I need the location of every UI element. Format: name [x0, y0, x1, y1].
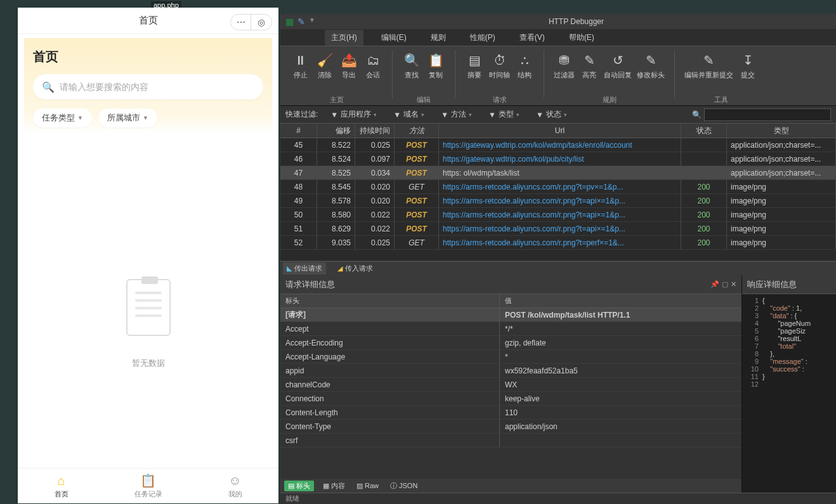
close-icon[interactable]: ✕ [731, 280, 736, 288]
capsule-close-icon[interactable]: ◎ [251, 15, 271, 30]
view-content[interactable]: ▦内容 [320, 480, 348, 492]
tab-home[interactable]: ⌂ 首页 [18, 468, 105, 503]
qf-域名[interactable]: ▼域名▾ [393, 109, 424, 120]
col-offset[interactable]: 偏移 [317, 124, 355, 138]
ribbon-修改标头[interactable]: ✎修改标头 [635, 50, 667, 81]
ribbon-group: ▤摘要⏱时间轴⛬结构请求 [459, 50, 540, 105]
header-row[interactable]: Content-Length110 [280, 406, 741, 420]
ribbon-导出[interactable]: 📤导出 [337, 50, 360, 81]
qf-类型[interactable]: ▼类型▾ [488, 109, 519, 120]
response-detail-panel: 响应详细信息 1{2 "code" : 1,3 "data" : {4 "pag… [742, 275, 836, 493]
ribbon-icon: ✎ [700, 51, 718, 69]
grid-row[interactable]: 508.5800.022POSThttps://arms-retcode.ali… [280, 208, 836, 222]
kv-header-value[interactable]: 值 [500, 294, 741, 307]
ribbon-自动回复[interactable]: ↺自动回复 [602, 50, 634, 81]
col-index[interactable]: # [280, 124, 317, 138]
ribbon-会话[interactable]: 🗂会话 [362, 50, 384, 81]
qf-应用程序[interactable]: ▼应用程序▾ [330, 109, 377, 120]
qf-方法[interactable]: ▼方法▾ [441, 109, 472, 120]
tab-records[interactable]: 📋 任务记录 [105, 468, 192, 503]
quick-filter-input[interactable] [704, 108, 831, 121]
header-row[interactable]: channelCodeWX [280, 378, 741, 392]
chevron-down-icon: ▾ [374, 112, 377, 118]
ribbon-编辑并重新提交[interactable]: ✎编辑并重新提交 [683, 50, 735, 81]
grid-row[interactable]: 468.5240.097POSThttps://gateway.wdtrip.c… [280, 152, 836, 166]
header-row[interactable]: csrf [280, 434, 741, 448]
header-row[interactable]: Accept-Language* [280, 350, 741, 364]
brush-icon[interactable]: ✎ [297, 16, 305, 27]
user-icon: ☺ [228, 474, 241, 488]
col-url[interactable]: Url [439, 124, 681, 138]
capsule-menu-icon[interactable]: ⋯ [231, 15, 251, 30]
view-json[interactable]: ⓘJSON [388, 480, 420, 492]
ribbon-group: ✎编辑并重新提交↧提交工具 [679, 50, 763, 105]
menu-edit[interactable]: 编辑(E) [375, 30, 413, 46]
ribbon-复制[interactable]: 📋复制 [424, 50, 447, 81]
ribbon-结构[interactable]: ⛬结构 [513, 50, 536, 81]
view-headers[interactable]: ▤标头 [284, 481, 314, 491]
ribbon: ⏸停止🧹清除📤导出🗂会话主页🔍查找📋复制编辑▤摘要⏱时间轴⛬结构请求⛃过滤器✎高… [280, 46, 836, 105]
grid-row[interactable]: 498.5780.020POSThttps://arms-retcode.ali… [280, 194, 836, 208]
excel-icon[interactable]: ▦ [285, 16, 294, 27]
chevron-down-icon: ▾ [564, 112, 567, 118]
filter-task-type[interactable]: 任务类型▼ [33, 108, 92, 127]
menu-help[interactable]: 帮助(E) [563, 30, 601, 46]
kv-header-name[interactable]: 标头 [280, 294, 500, 307]
quick-filter-search[interactable]: 🔍 [692, 108, 831, 121]
request-detail-panel: 请求详细信息 📌 ▢ ✕ 标头 值 [请求] POST /kol/wdmp/ta… [280, 275, 742, 493]
status-text: 就绪 [285, 494, 299, 503]
ribbon-icon: ⛃ [556, 51, 573, 69]
response-json[interactable]: 1{2 "code" : 1,3 "data" : {4 "pageNum5 "… [742, 294, 836, 493]
header-row[interactable]: Accept-Encodinggzip, deflate [280, 336, 741, 350]
chevron-down-icon[interactable]: ▼ [309, 16, 315, 27]
grid-row[interactable]: 529.0350.025GEThttps://arms-retcode.aliy… [280, 236, 836, 250]
mobile-header: 首页 ⋯ ◎ [18, 8, 278, 34]
window-icon[interactable]: ▢ [722, 280, 728, 288]
grid-row[interactable]: 488.5450.020GEThttps://arms-retcode.aliy… [280, 180, 836, 194]
empty-text: 暂无数据 [132, 358, 165, 369]
filter-city[interactable]: 所属城市▼ [98, 108, 157, 127]
qf-状态[interactable]: ▼状态▾ [536, 109, 567, 120]
chevron-down-icon: ▼ [143, 115, 148, 121]
chevron-down-icon: ▾ [469, 112, 472, 118]
mobile-capsule[interactable]: ⋯ ◎ [230, 14, 272, 30]
ribbon-时间轴[interactable]: ⏱时间轴 [487, 50, 512, 81]
pin-icon[interactable]: 📌 [710, 280, 719, 288]
tab-incoming[interactable]: ◢传入请求 [334, 262, 377, 275]
ribbon-group: ⛃过滤器✎高亮↺自动回复✎修改标头规则 [548, 50, 670, 105]
col-status[interactable]: 状态 [681, 124, 727, 138]
ribbon-摘要[interactable]: ▤摘要 [463, 50, 486, 81]
menu-rules[interactable]: 规则 [424, 30, 452, 46]
ribbon-group-label: 编辑 [417, 95, 431, 105]
grid-row[interactable]: 518.6290.022POSThttps://arms-retcode.ali… [280, 222, 836, 236]
col-method[interactable]: 方法 [395, 124, 439, 138]
ribbon-提交[interactable]: ↧提交 [736, 50, 759, 81]
header-row[interactable]: Connectionkeep-alive [280, 392, 741, 406]
grid-row[interactable]: 458.5220.025POSThttps://gateway.wdtrip.c… [280, 138, 836, 152]
grid-row[interactable]: 478.5250.034POSThttps: ol/wdmp/task/list… [280, 166, 836, 180]
funnel-icon: ▼ [536, 110, 544, 119]
arrow-out-icon: ◣ [287, 264, 292, 273]
search-box[interactable]: 🔍 [33, 74, 263, 100]
ribbon-查找[interactable]: 🔍查找 [400, 50, 423, 81]
header-row[interactable]: Accept*/* [280, 322, 741, 336]
tab-outgoing[interactable]: ◣传出请求 [283, 262, 326, 275]
ribbon-高亮[interactable]: ✎高亮 [578, 50, 601, 81]
header-row[interactable]: Content-Typeapplication/json [280, 420, 741, 434]
ribbon-清除[interactable]: 🧹清除 [313, 50, 336, 81]
raw-icon: ▨ [356, 482, 363, 490]
titlebar: ▦ ✎ ▼ HTTP Debugger [280, 14, 836, 29]
menu-view[interactable]: 查看(V) [513, 30, 551, 46]
menu-perf[interactable]: 性能(P) [464, 30, 502, 46]
empty-illustration [91, 260, 206, 349]
request-line[interactable]: [请求] POST /kol/wdmp/task/list HTTP/1.1 [280, 308, 741, 322]
search-input[interactable] [60, 82, 254, 92]
ribbon-停止[interactable]: ⏸停止 [289, 50, 312, 81]
ribbon-过滤器[interactable]: ⛃过滤器 [552, 50, 577, 81]
tab-profile[interactable]: ☺ 我的 [192, 468, 278, 503]
col-type[interactable]: 类型 [727, 124, 836, 138]
view-raw[interactable]: ▨Raw [354, 481, 381, 491]
header-row[interactable]: appidwx592feaafd52a1ba5 [280, 364, 741, 378]
menu-home[interactable]: 主页(H) [325, 30, 363, 46]
col-duration[interactable]: 持续时间 [355, 124, 395, 138]
